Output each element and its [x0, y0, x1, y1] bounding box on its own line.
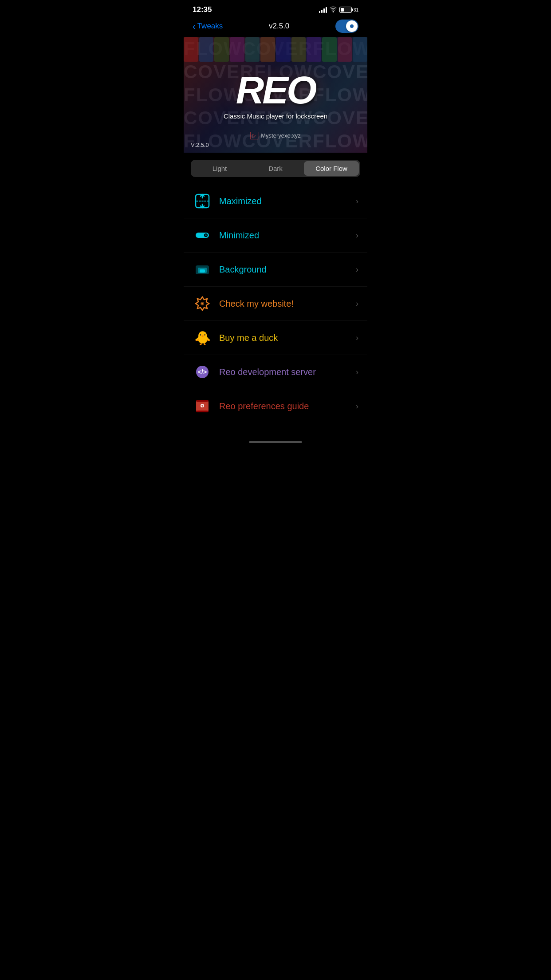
menu-item-background[interactable]: Background › — [184, 253, 367, 287]
guide-chevron-icon: › — [356, 402, 358, 411]
battery-icon — [339, 7, 352, 13]
toggle-knob — [346, 20, 358, 32]
nav-title: v2.5.0 — [269, 22, 289, 31]
wifi-icon — [330, 6, 337, 14]
album-tiles — [184, 37, 367, 64]
menu-item-website[interactable]: Check my website! › — [184, 287, 367, 321]
duck-label: Buy me a duck — [219, 333, 356, 343]
dev-label: Reo development server — [219, 367, 356, 377]
svg-rect-9 — [200, 269, 205, 273]
maximized-icon — [193, 191, 212, 211]
minimized-label: Minimized — [219, 230, 356, 241]
hero-banner: FLOWCOVERFLOWCOVERFLOW COVERFLOWCOVERFLO… — [184, 37, 367, 153]
svg-text:?: ? — [201, 404, 204, 408]
back-label: Tweaks — [197, 22, 223, 31]
hero-subtitle: Classic Music player for lockscreen — [184, 112, 367, 120]
website-icon — [193, 294, 212, 313]
hero-content: REO Classic Music player for lockscreen — [184, 71, 367, 120]
menu-list: Maximized › Minimized › Background › — [184, 184, 367, 436]
guide-icon: ? — [193, 396, 212, 416]
menu-item-minimized[interactable]: Minimized › — [184, 218, 367, 253]
background-icon — [193, 260, 212, 279]
home-bar — [249, 441, 302, 443]
svg-rect-16 — [196, 411, 209, 412]
hero-version: V:2.5.0 — [191, 142, 209, 148]
watermark-text: Mysteryexe.xyz — [261, 132, 301, 139]
back-chevron-icon: ‹ — [193, 21, 196, 32]
maximized-label: Maximized — [219, 196, 356, 206]
background-chevron-icon: › — [356, 265, 358, 274]
svg-point-11 — [201, 303, 203, 304]
dev-icon: </> — [193, 362, 212, 382]
battery-indicator: 31 — [339, 7, 358, 13]
svg-rect-15 — [196, 400, 209, 402]
maximized-chevron-icon: › — [356, 197, 358, 206]
tab-dark[interactable]: Dark — [248, 161, 303, 176]
menu-item-duck[interactable]: 🐥 Buy me a duck › — [184, 321, 367, 355]
minimized-chevron-icon: › — [356, 231, 358, 240]
minimized-icon — [193, 225, 212, 245]
tab-colorflow[interactable]: Color Flow — [304, 161, 359, 176]
menu-item-maximized[interactable]: Maximized › — [184, 184, 367, 218]
svg-text:</>: </> — [198, 368, 207, 375]
status-time: 12:35 — [193, 5, 212, 14]
svg-point-6 — [205, 234, 207, 236]
duck-icon: 🐥 — [193, 328, 212, 348]
menu-item-guide[interactable]: ? Reo preferences guide › — [184, 389, 367, 423]
home-indicator — [184, 436, 367, 450]
status-icons: 31 — [319, 6, 358, 14]
theme-tab-selector[interactable]: Light Dark Color Flow — [191, 160, 360, 177]
status-bar: 12:35 31 — [184, 0, 367, 18]
enable-toggle[interactable] — [335, 20, 358, 33]
hero-logo: REO — [184, 71, 367, 110]
website-label: Check my website! — [219, 299, 356, 309]
signal-icon — [319, 7, 327, 13]
guide-label: Reo preferences guide — [219, 401, 356, 411]
website-chevron-icon: › — [356, 299, 358, 308]
dev-chevron-icon: › — [356, 368, 358, 377]
nav-bar: ‹ Tweaks v2.5.0 — [184, 18, 367, 37]
background-label: Background — [219, 265, 356, 275]
menu-item-dev[interactable]: </> Reo development server › — [184, 355, 367, 389]
back-button[interactable]: ‹ Tweaks — [193, 21, 223, 32]
hero-watermark: ▷ Mysteryexe.xyz — [250, 132, 301, 139]
duck-chevron-icon: › — [356, 333, 358, 343]
tab-light[interactable]: Light — [192, 161, 247, 176]
battery-level: 31 — [354, 8, 358, 12]
